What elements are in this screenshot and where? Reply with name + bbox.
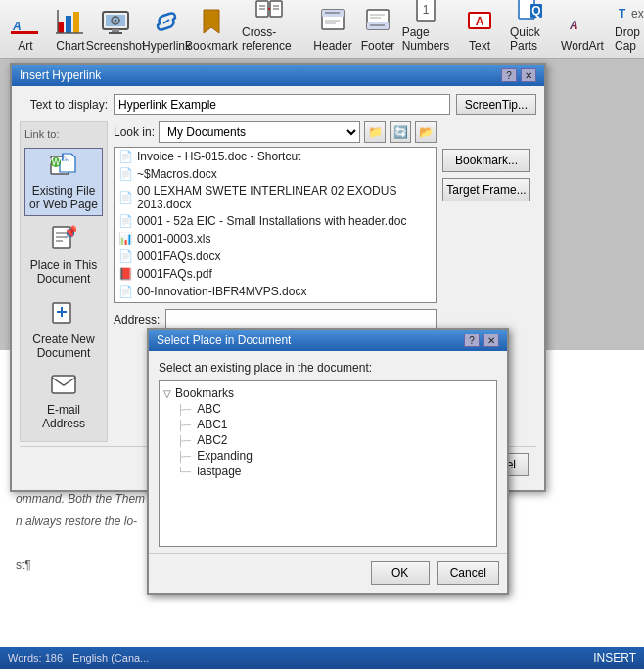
existing-file-label: Existing File or Web Page xyxy=(29,184,98,211)
place-in-doc-item[interactable]: 📌 Place in This Document xyxy=(24,220,103,290)
file-item[interactable]: 📊 0001-0003.xls xyxy=(115,230,436,247)
svg-rect-2 xyxy=(58,22,64,33)
header-label: Header xyxy=(313,39,351,53)
svg-text:📌: 📌 xyxy=(64,225,77,239)
tree-view[interactable]: ▽ Bookmarks ├─ ABC ├─ ABC1 ├─ ABC2 ├─ Ex… xyxy=(159,380,497,547)
toolbar-item-page[interactable]: 1 Page Numbers xyxy=(401,2,450,58)
svg-rect-3 xyxy=(66,16,71,33)
tree-abc1[interactable]: ├─ ABC1 xyxy=(163,417,492,432)
place-in-doc-icon: 📌 xyxy=(51,225,76,256)
text-display-input[interactable] xyxy=(114,94,450,115)
existing-file-item[interactable]: www Existing File or Web Page xyxy=(24,148,103,216)
tree-lastpage[interactable]: └─ lastpage xyxy=(163,464,492,479)
chart-icon xyxy=(55,6,86,37)
file-item[interactable]: 📄 00-Innovation-IBFR4MVPS.docx xyxy=(115,283,436,300)
dropcap-icon: T ext xyxy=(616,0,644,23)
file-icon-word: 📄 xyxy=(118,285,133,298)
file-item[interactable]: 📕 0001FAQs.pdf xyxy=(115,265,436,283)
svg-text:www: www xyxy=(50,155,69,168)
email-address-item[interactable]: E-mail Address xyxy=(24,369,103,435)
toolbar-item-wordart2[interactable]: A WordArt xyxy=(559,2,606,58)
toolbar-item-dropcap[interactable]: T ext Drop Cap xyxy=(608,2,644,58)
hyperlink-dialog-titlebar: Insert Hyperlink ? ✕ xyxy=(12,65,544,86)
file-item[interactable]: 📄 0001 - 52a EIC - Small Installations w… xyxy=(115,212,436,230)
crossref-icon xyxy=(253,0,285,23)
toolbar-item-text[interactable]: A Text xyxy=(458,2,501,58)
email-address-label: E-mail Address xyxy=(29,403,98,430)
create-new-label: Create New Document xyxy=(29,333,98,360)
help-button[interactable]: ? xyxy=(501,68,517,82)
title-buttons: ? ✕ xyxy=(501,68,536,82)
file-icon-word: 📄 xyxy=(118,302,133,303)
existing-file-icon: www xyxy=(50,153,77,182)
file-name: 0001-0003.xls xyxy=(137,232,210,245)
file-item[interactable]: 📄 00 LEXHAM SWETE INTERLINEAR 02 EXODUS … xyxy=(115,183,436,212)
tree-abc2[interactable]: ├─ ABC2 xyxy=(163,432,492,448)
tree-toggle: ▽ xyxy=(163,388,171,399)
toolbar-item-hyperlink[interactable]: Hyperlink xyxy=(145,2,188,58)
toolbar-item-screenshot[interactable]: Screenshot xyxy=(94,2,137,58)
tree-line: ├─ xyxy=(177,451,191,462)
status-language: English (Cana... xyxy=(72,652,149,664)
create-new-item[interactable]: Create New Document xyxy=(24,294,103,365)
tree-abc[interactable]: ├─ ABC xyxy=(163,401,492,417)
status-bar: Words: 186 English (Cana... INSERT xyxy=(0,647,644,669)
svg-text:T: T xyxy=(619,7,626,21)
toolbar-item-footer[interactable]: Footer xyxy=(356,2,399,58)
toolbar-item-crossref[interactable]: Cross-reference xyxy=(235,2,303,58)
svg-text:ext: ext xyxy=(631,7,644,21)
select-place-help-btn[interactable]: ? xyxy=(464,334,480,347)
select-place-close-btn[interactable]: ✕ xyxy=(483,334,499,347)
hyperlink-dialog-title: Insert Hyperlink xyxy=(20,68,101,82)
lookin-select[interactable]: My Documents xyxy=(159,121,360,143)
svg-point-10 xyxy=(115,20,117,22)
hyperlink-icon xyxy=(151,6,182,37)
target-frame-btn[interactable]: Target Frame... xyxy=(442,178,530,201)
create-new-icon xyxy=(51,299,76,331)
svg-text:Q: Q xyxy=(531,4,540,18)
bookmark-label: Bookmark xyxy=(185,39,238,53)
header-icon xyxy=(317,6,348,37)
select-place-footer: OK Cancel xyxy=(149,553,507,593)
lookin-refresh-btn[interactable]: 🔄 xyxy=(390,121,411,143)
bookmark-btn[interactable]: Bookmark... xyxy=(442,149,530,172)
toolbar-item-quickparts[interactable]: Q Quick Parts xyxy=(503,2,557,58)
svg-rect-53 xyxy=(52,376,75,393)
file-name: 00-Innovation-IBFR4MVPS.docx xyxy=(137,285,306,298)
toolbar-item-header[interactable]: Header xyxy=(311,2,354,58)
select-place-dialog: Select Place in Document ? ✕ Select an e… xyxy=(147,328,509,595)
file-item[interactable]: 📄 03Macros.doc xyxy=(115,300,436,303)
file-icon-word: 📄 xyxy=(118,249,133,263)
link-to-label: Link to: xyxy=(24,128,59,140)
toolbar-item-wordart[interactable]: A Art xyxy=(4,2,47,58)
screentip-button[interactable]: ScreenTip... xyxy=(456,94,536,115)
select-place-ok-button[interactable]: OK xyxy=(371,561,430,585)
file-name: 0001FAQs.pdf xyxy=(137,267,212,281)
email-address-icon xyxy=(51,374,76,401)
file-list[interactable]: 📄 Invoice - HS-015.doc - Shortcut 📄 ~$Ma… xyxy=(114,147,437,303)
tree-bookmarks[interactable]: ▽ Bookmarks xyxy=(163,385,492,401)
tree-expanding[interactable]: ├─ Expanding xyxy=(163,448,492,464)
page-label: Page Numbers xyxy=(402,25,450,53)
svg-rect-11 xyxy=(112,29,119,32)
lookin-up-btn[interactable]: 📁 xyxy=(364,121,386,143)
lookin-new-btn[interactable]: 📂 xyxy=(415,121,437,143)
wordart-label: Art xyxy=(18,39,32,53)
toolbar-item-bookmark[interactable]: Bookmark xyxy=(190,2,233,58)
file-icon-word: 📄 xyxy=(118,191,133,204)
footer-icon xyxy=(362,6,393,37)
footer-label: Footer xyxy=(361,39,395,53)
tree-abc1-label: ABC1 xyxy=(197,418,227,431)
file-item[interactable]: 📄 0001FAQs.docx xyxy=(115,247,436,265)
wordart-icon: A xyxy=(10,6,41,37)
file-item[interactable]: 📄 Invoice - HS-015.doc - Shortcut xyxy=(115,148,436,165)
file-name: 0001 - 52a EIC - Small Installations wit… xyxy=(137,214,406,228)
close-button[interactable]: ✕ xyxy=(521,68,536,82)
svg-rect-1 xyxy=(11,31,38,34)
file-item[interactable]: 📄 ~$Macros.docx xyxy=(115,165,436,183)
file-name: 03Macros.doc xyxy=(137,302,210,303)
file-name: ~$Macros.docx xyxy=(137,167,217,181)
select-place-cancel-button[interactable]: Cancel xyxy=(437,561,499,585)
tree-expanding-label: Expanding xyxy=(197,449,253,463)
svg-rect-4 xyxy=(73,12,79,33)
